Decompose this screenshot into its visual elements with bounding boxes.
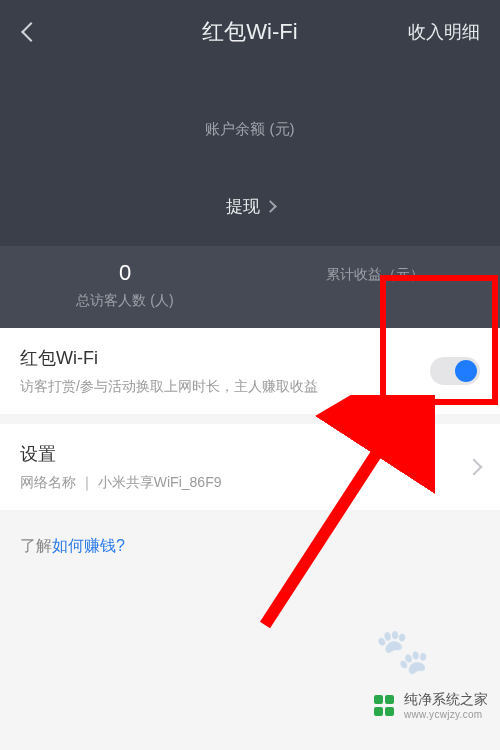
watermark-url: www.ycwjzy.com — [404, 709, 488, 720]
back-icon[interactable] — [21, 22, 41, 42]
settings-subtitle: 网络名称 ｜ 小米共享WiFi_86F9 — [20, 474, 221, 492]
settings-title: 设置 — [20, 442, 221, 466]
watermark-logo-icon — [374, 695, 396, 717]
footer-prefix: 了解 — [20, 537, 52, 554]
stat-earnings: 累计收益（元） — [250, 260, 500, 310]
hongbao-wifi-row: 红包Wi-Fi 访客打赏/参与活动换取上网时长，主人赚取收益 — [0, 328, 500, 414]
how-to-earn-link[interactable]: 如何赚钱? — [52, 537, 125, 554]
income-detail-link[interactable]: 收入明细 — [408, 20, 480, 44]
visitors-value: 0 — [0, 260, 250, 286]
navbar: 红包Wi-Fi 收入明细 — [0, 8, 500, 60]
paw-watermark-icon: 🐾 — [375, 625, 430, 677]
stats-band: 0 总访客人数 (人) 累计收益（元） — [0, 246, 500, 328]
hongbao-toggle[interactable] — [430, 357, 480, 385]
balance-area: 账户余额 (元) — [0, 60, 500, 169]
withdraw-label: 提现 — [226, 195, 260, 218]
site-watermark: 纯净系统之家 www.ycwjzy.com — [374, 691, 488, 720]
divider — [0, 414, 500, 424]
header-dark-section: 红包Wi-Fi 收入明细 账户余额 (元) 提现 0 总访客人数 (人) 累计收… — [0, 0, 500, 328]
hongbao-subtitle: 访客打赏/参与活动换取上网时长，主人赚取收益 — [20, 378, 318, 396]
withdraw-button[interactable]: 提现 — [0, 169, 500, 246]
footer-help: 了解如何赚钱? — [0, 510, 500, 583]
earnings-label: 累计收益（元） — [250, 266, 500, 284]
settings-text: 设置 网络名称 ｜ 小米共享WiFi_86F9 — [20, 442, 221, 492]
network-name: 小米共享WiFi_86F9 — [98, 474, 222, 490]
watermark-title: 纯净系统之家 — [404, 691, 488, 709]
balance-label: 账户余额 (元) — [0, 120, 500, 139]
stat-visitors: 0 总访客人数 (人) — [0, 260, 250, 310]
chevron-right-icon — [466, 459, 483, 476]
visitors-label: 总访客人数 (人) — [0, 292, 250, 310]
hongbao-text: 红包Wi-Fi 访客打赏/参与活动换取上网时长，主人赚取收益 — [20, 346, 318, 396]
page-title: 红包Wi-Fi — [202, 17, 297, 47]
toggle-knob-icon — [455, 360, 477, 382]
settings-row[interactable]: 设置 网络名称 ｜ 小米共享WiFi_86F9 — [0, 424, 500, 510]
hongbao-title: 红包Wi-Fi — [20, 346, 318, 370]
chevron-right-icon — [264, 200, 277, 213]
network-prefix: 网络名称 ｜ — [20, 474, 98, 490]
